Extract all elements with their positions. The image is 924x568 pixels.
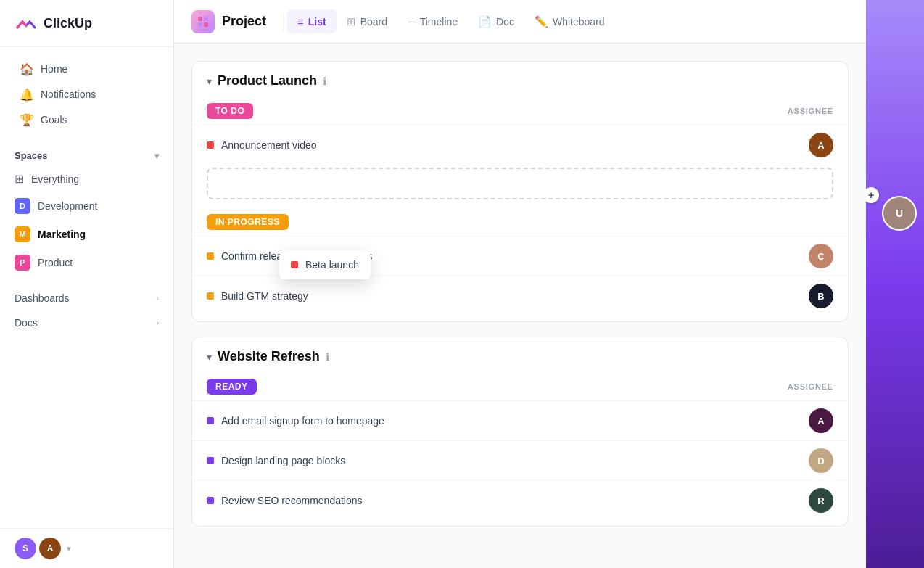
task-left-4: Add email signup form to homepage: [207, 415, 384, 427]
website-refresh-title: Website Refresh: [218, 349, 320, 364]
logo-area: ClickUp: [0, 0, 173, 47]
project-svg-icon: [197, 15, 210, 28]
list-icon: ≡: [297, 15, 304, 28]
assignee-column-label-1: ASSIGNEE: [788, 107, 833, 115]
chevron-down-icon: ▾: [154, 151, 159, 161]
website-refresh-header: ▾ Website Refresh ℹ: [192, 337, 848, 373]
tab-timeline-label: Timeline: [420, 16, 458, 28]
task-dot-yellow-1: [207, 252, 214, 260]
svg-rect-3: [204, 22, 208, 27]
svg-rect-1: [204, 17, 208, 21]
clickup-logo-icon: [15, 12, 38, 35]
task-email-signup[interactable]: Add email signup form to homepage A: [192, 400, 848, 440]
sidebar-item-docs[interactable]: Docs ›: [0, 311, 173, 334]
sidebar-item-notifications-label: Notifications: [41, 89, 96, 100]
task-name-seo: Review SEO recommendations: [221, 495, 363, 506]
user-avatar-s[interactable]: S: [15, 538, 36, 559]
todo-badge: TO DO: [207, 103, 253, 119]
product-avatar: P: [15, 255, 30, 271]
product-launch-title: Product Launch: [218, 73, 317, 89]
svg-rect-2: [198, 22, 202, 27]
sidebar-item-home-label: Home: [41, 63, 67, 75]
user-dropdown-icon[interactable]: ▾: [67, 544, 71, 553]
floating-avatar-img: U: [883, 197, 915, 229]
assignee-avatar-6: R: [809, 488, 833, 513]
task-name-email: Add email signup form to homepage: [221, 415, 384, 427]
svg-rect-0: [198, 17, 202, 21]
task-dot-purple-1: [207, 417, 214, 424]
task-name-announcement: Announcement video: [221, 139, 317, 151]
board-icon: ⊞: [347, 15, 356, 28]
product-launch-section: ▾ Product Launch ℹ TO DO ASSIGNEE Announ…: [191, 61, 849, 322]
tab-list[interactable]: ≡ List: [287, 9, 337, 33]
ready-group: READY ASSIGNEE Add email signup form to …: [192, 373, 848, 526]
sidebar-item-goals[interactable]: 🏆 Goals: [6, 107, 168, 132]
tab-whiteboard[interactable]: ✏️ Whiteboard: [524, 9, 615, 34]
task-dot-red: [207, 141, 214, 149]
task-review-seo[interactable]: Review SEO recommendations R: [192, 480, 848, 520]
user-avatar-2[interactable]: A: [39, 538, 61, 559]
floating-user-avatar: U: [882, 196, 917, 231]
sidebar-item-dashboards[interactable]: Dashboards ›: [0, 287, 173, 310]
sidebar-item-marketing-label: Marketing: [38, 229, 86, 240]
tab-doc-label: Doc: [496, 16, 514, 28]
sidebar-item-goals-label: Goals: [41, 114, 67, 125]
user-avatars: S A: [15, 538, 61, 559]
tab-list-label: List: [308, 16, 326, 28]
sidebar-item-notifications[interactable]: 🔔 Notifications: [6, 82, 168, 107]
doc-icon: 📄: [478, 15, 492, 28]
timeline-icon: ─: [408, 15, 416, 28]
info-icon-2[interactable]: ℹ: [326, 351, 329, 363]
tab-board-label: Board: [360, 16, 387, 28]
assignee-avatar-3: B: [809, 284, 833, 308]
task-dot-purple-2: [207, 457, 214, 464]
spaces-header[interactable]: Spaces ▾: [0, 141, 173, 165]
sidebar-item-everything-label: Everything: [31, 173, 79, 185]
tab-whiteboard-label: Whiteboard: [553, 16, 605, 28]
sidebar-item-product[interactable]: P Product: [0, 249, 173, 276]
dashboards-label: Dashboards: [15, 292, 70, 304]
todo-group-header: TO DO ASSIGNEE: [192, 97, 848, 125]
sidebar-item-everything[interactable]: ⊞ Everything: [0, 166, 173, 192]
info-icon-1[interactable]: ℹ: [323, 75, 326, 87]
task-left-5: Design landing page blocks: [207, 455, 345, 466]
section-collapse-btn-1[interactable]: ▾: [207, 75, 212, 87]
task-left: Announcement video: [207, 139, 317, 151]
task-name-gtm: Build GTM strategy: [221, 290, 308, 302]
product-launch-header: ▾ Product Launch ℹ: [192, 62, 848, 97]
drag-placeholder: [207, 168, 833, 199]
inprogress-group: IN PROGRESS Confirm release details and …: [192, 208, 848, 321]
sidebar-item-home[interactable]: 🏠 Home: [6, 57, 168, 81]
task-dot-yellow-2: [207, 292, 214, 300]
sidebar-item-marketing[interactable]: M Marketing: [0, 221, 173, 248]
sidebar-item-development[interactable]: D Development: [0, 192, 173, 220]
tab-timeline[interactable]: ─ Timeline: [397, 9, 468, 33]
project-icon: [191, 10, 215, 33]
spaces-list: ⊞ Everything D Development M Marketing P…: [0, 165, 173, 277]
task-left-2: Confirm release details and dates: [207, 250, 373, 262]
assignee-avatar-1: A: [809, 133, 833, 157]
app-name: ClickUp: [44, 16, 92, 31]
spaces-label: Spaces: [15, 150, 48, 161]
project-title-area: Project: [191, 10, 266, 33]
chevron-right-icon: ›: [156, 293, 159, 303]
plus-drag-button[interactable]: +: [866, 187, 879, 203]
task-design-landing[interactable]: Design landing page blocks D: [192, 440, 848, 480]
tab-doc[interactable]: 📄 Doc: [468, 9, 524, 34]
right-bg-panel: + U: [866, 0, 924, 568]
docs-label: Docs: [15, 317, 38, 329]
trophy-icon: 🏆: [20, 113, 33, 126]
task-announcement-video[interactable]: Announcement video A: [192, 125, 848, 165]
section-collapse-btn-2[interactable]: ▾: [207, 351, 212, 363]
main-area: Project ≡ List ⊞ Board ─ Timeline 📄 Doc …: [174, 0, 866, 568]
home-icon: 🏠: [20, 62, 33, 75]
tab-board[interactable]: ⊞ Board: [337, 9, 397, 34]
assignee-avatar-5: D: [809, 448, 833, 473]
sidebar-item-development-label: Development: [38, 200, 98, 212]
todo-group: TO DO ASSIGNEE Announcement video A: [192, 97, 848, 208]
bell-icon: 🔔: [20, 88, 33, 101]
content-area: ▾ Product Launch ℹ TO DO ASSIGNEE Announ…: [174, 44, 866, 568]
task-confirm-release[interactable]: Confirm release details and dates C: [192, 236, 848, 276]
task-build-gtm[interactable]: Build GTM strategy B: [192, 276, 848, 316]
task-left-6: Review SEO recommendations: [207, 495, 363, 506]
